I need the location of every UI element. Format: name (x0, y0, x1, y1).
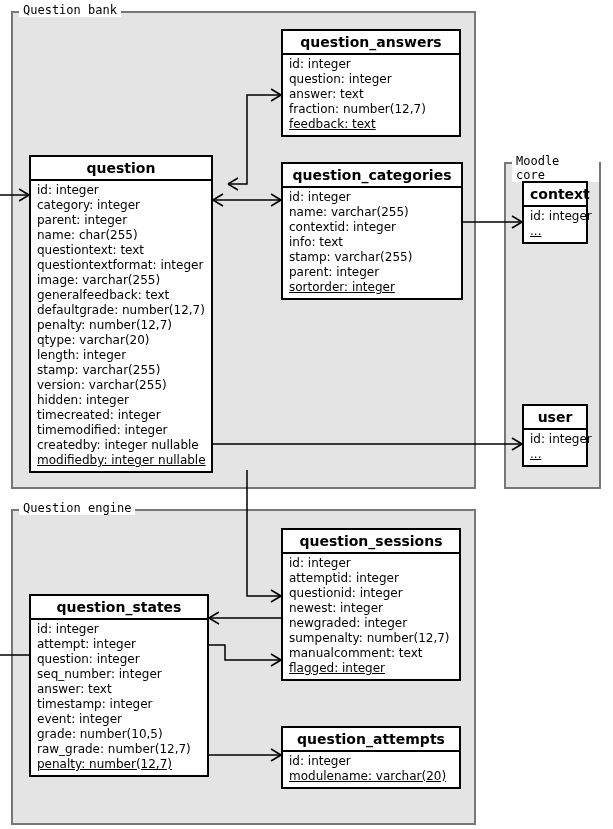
group-label-bank: Question bank (19, 3, 121, 17)
entity-question: question id: integercategory: integerpar… (29, 155, 213, 473)
field: id: integer (289, 556, 453, 571)
field: attempt: integer (37, 637, 201, 652)
field: defaultgrade: number(12,7) (37, 303, 205, 318)
entity-context-body: id: integer... (524, 207, 586, 242)
entity-question-attempts-name: question_attempts (283, 728, 459, 752)
field: info: text (289, 235, 455, 250)
field: timemodified: integer (37, 423, 205, 438)
field: image: varchar(255) (37, 273, 205, 288)
entity-question-answers: question_answers id: integerquestion: in… (281, 29, 461, 137)
entity-question-states-body: id: integerattempt: integerquestion: int… (31, 620, 207, 775)
field: contextid: integer (289, 220, 455, 235)
field: parent: integer (289, 265, 455, 280)
field: feedback: text (289, 117, 453, 132)
field: seq_number: integer (37, 667, 201, 682)
field: hidden: integer (37, 393, 205, 408)
field: length: integer (37, 348, 205, 363)
entity-question-sessions: question_sessions id: integerattemptid: … (281, 528, 461, 681)
entity-question-body: id: integercategory: integerparent: inte… (31, 181, 211, 471)
entity-question-states: question_states id: integerattempt: inte… (29, 594, 209, 777)
field: questionid: integer (289, 586, 453, 601)
field: penalty: number(12,7) (37, 757, 201, 772)
field: stamp: varchar(255) (37, 363, 205, 378)
field: question: integer (37, 652, 201, 667)
field: id: integer (289, 190, 455, 205)
field: category: integer (37, 198, 205, 213)
field: id: integer (530, 432, 580, 447)
field: penalty: number(12,7) (37, 318, 205, 333)
field: id: integer (289, 754, 453, 769)
field: newgraded: integer (289, 616, 453, 631)
field: generalfeedback: text (37, 288, 205, 303)
entity-user-name: user (524, 406, 586, 430)
field: answer: text (37, 682, 201, 697)
entity-user: user id: integer... (522, 404, 588, 467)
field: stamp: varchar(255) (289, 250, 455, 265)
entity-question-attempts: question_attempts id: integermodulename:… (281, 726, 461, 789)
field: sortorder: integer (289, 280, 455, 295)
group-label-engine: Question engine (19, 501, 135, 515)
field: name: varchar(255) (289, 205, 455, 220)
entity-context: context id: integer... (522, 181, 588, 244)
field: raw_grade: number(12,7) (37, 742, 201, 757)
entity-question-answers-body: id: integerquestion: integeranswer: text… (283, 55, 459, 135)
field: id: integer (289, 57, 453, 72)
field: event: integer (37, 712, 201, 727)
field: parent: integer (37, 213, 205, 228)
field: newest: integer (289, 601, 453, 616)
field: id: integer (37, 183, 205, 198)
field: createdby: integer nullable (37, 438, 205, 453)
field: ... (530, 224, 580, 239)
field: flagged: integer (289, 661, 453, 676)
entity-question-sessions-body: id: integerattemptid: integerquestionid:… (283, 554, 459, 679)
field: question: integer (289, 72, 453, 87)
entity-question-sessions-name: question_sessions (283, 530, 459, 554)
field: timestamp: integer (37, 697, 201, 712)
entity-question-name: question (31, 157, 211, 181)
entity-question-categories-name: question_categories (283, 164, 461, 188)
field: fraction: number(12,7) (289, 102, 453, 117)
field: manualcomment: text (289, 646, 453, 661)
field: timecreated: integer (37, 408, 205, 423)
field: id: integer (37, 622, 201, 637)
field: modulename: varchar(20) (289, 769, 453, 784)
field: name: char(255) (37, 228, 205, 243)
field: qtype: varchar(20) (37, 333, 205, 348)
field: attemptid: integer (289, 571, 453, 586)
field: id: integer (530, 209, 580, 224)
entity-question-categories: question_categories id: integername: var… (281, 162, 463, 300)
entity-context-name: context (524, 183, 586, 207)
field: ... (530, 447, 580, 462)
entity-user-body: id: integer... (524, 430, 586, 465)
field: answer: text (289, 87, 453, 102)
field: modifiedby: integer nullable (37, 453, 205, 468)
entity-question-attempts-body: id: integermodulename: varchar(20) (283, 752, 459, 787)
field: sumpenalty: number(12,7) (289, 631, 453, 646)
entity-question-states-name: question_states (31, 596, 207, 620)
entity-question-answers-name: question_answers (283, 31, 459, 55)
field: questiontextformat: integer (37, 258, 205, 273)
field: grade: number(10,5) (37, 727, 201, 742)
field: version: varchar(255) (37, 378, 205, 393)
entity-question-categories-body: id: integername: varchar(255)contextid: … (283, 188, 461, 298)
field: questiontext: text (37, 243, 205, 258)
group-label-core: Moodle core (512, 154, 599, 182)
